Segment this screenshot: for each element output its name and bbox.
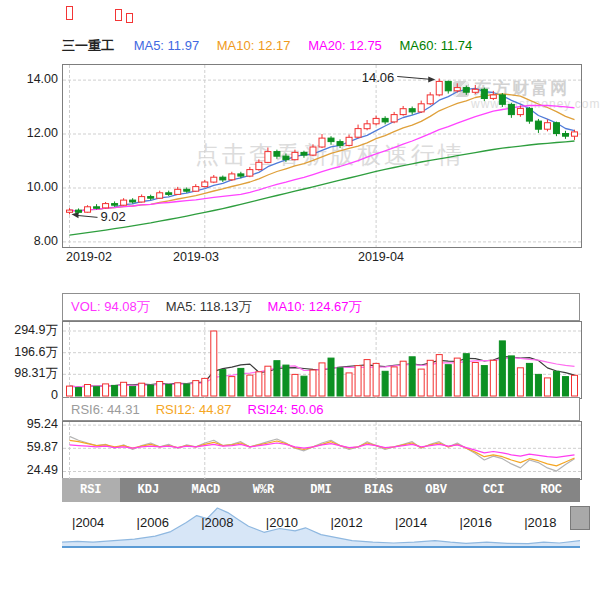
timeline-minimap[interactable]: |2004|2006|2008|2010|2012|2014|2016|2018 — [62, 502, 580, 548]
volume-legend: VOL: 94.08万 MA5: 118.13万 MA10: 124.67万 — [62, 293, 580, 321]
ma20-legend: MA20: 12.75 — [308, 38, 382, 53]
tab-bias[interactable]: BIAS — [350, 478, 408, 502]
timeline-year-2018: |2018 — [524, 515, 556, 530]
indicator-tabbar: RSIKDJMACDW%RDMIBIASOBVCCIROC — [62, 478, 580, 502]
timeline-year-2010: |2010 — [266, 515, 298, 530]
rsi12-value: RSI12: 44.87 — [156, 402, 232, 417]
rsi-legend: RSI6: 44.31 RSI12: 44.87 RSI24: 50.06 — [62, 397, 580, 421]
rsi6-value: RSI6: 44.31 — [71, 402, 140, 417]
volume-ytick: 98.31万 — [0, 365, 58, 381]
xtick-month: 2019-04 — [358, 250, 404, 264]
tab-wr[interactable]: W%R — [235, 478, 293, 502]
candlestick-panel: 东方财富网 www.eastmoney.com 点击查看新版极速行情 14.06… — [62, 64, 582, 248]
timeline-year-2016: |2016 — [460, 515, 492, 530]
timeline-year-2004: |2004 — [72, 515, 104, 530]
stock-name: 三一重工 — [62, 38, 114, 53]
timeline-year-2014: |2014 — [395, 515, 427, 530]
tab-obv[interactable]: OBV — [407, 478, 465, 502]
ma10-legend: MA10: 12.17 — [217, 38, 291, 53]
rsi-chart — [63, 422, 581, 479]
tab-kdj[interactable]: KDJ — [120, 478, 178, 502]
tab-dmi[interactable]: DMI — [292, 478, 350, 502]
xtick-month: 2019-02 — [66, 250, 112, 264]
volume-panel — [62, 321, 582, 399]
rsi24-value: RSI24: 50.06 — [248, 402, 324, 417]
volume-ytick: 196.6万 — [0, 344, 58, 360]
volume-ytick: 294.9万 — [0, 322, 58, 338]
tab-roc[interactable]: ROC — [523, 478, 581, 502]
tab-rsi[interactable]: RSI — [62, 478, 120, 502]
cropped-candle-fragment — [66, 6, 73, 20]
svg-text:14.06: 14.06 — [362, 70, 395, 85]
volume-chart — [63, 322, 581, 398]
tab-cci[interactable]: CCI — [465, 478, 523, 502]
rsi-ytick: 59.87 — [0, 439, 58, 455]
timeline-scroll-handle[interactable] — [570, 506, 590, 530]
vol-value: VOL: 94.08万 — [71, 298, 150, 316]
ma60-legend: MA60: 11.74 — [399, 38, 472, 53]
tab-macd[interactable]: MACD — [177, 478, 235, 502]
vol-ma10-value: MA10: 124.67万 — [268, 298, 362, 316]
main-chart-legend: 三一重工 MA5: 11.97 MA10: 12.17 MA20: 12.75 … — [62, 37, 582, 55]
timeline-year-2006: |2006 — [137, 515, 169, 530]
price-ytick: 8.00 — [0, 233, 58, 249]
rsi-ytick: 24.49 — [0, 462, 58, 478]
svg-text:9.02: 9.02 — [101, 209, 126, 224]
candlestick-chart: 14.069.02 — [63, 65, 581, 247]
xtick-month: 2019-03 — [173, 250, 219, 264]
vol-ma5-value: MA5: 118.13万 — [166, 298, 252, 316]
cropped-candle-fragment — [126, 13, 133, 23]
timeline-year-2008: |2008 — [201, 515, 233, 530]
rsi-panel — [62, 421, 582, 480]
stock-chart-app: 三一重工 MA5: 11.97 MA10: 12.17 MA20: 12.75 … — [0, 0, 600, 600]
price-ytick: 12.00 — [0, 125, 58, 141]
volume-ytick: 0 — [0, 387, 58, 403]
price-ytick: 10.00 — [0, 179, 58, 195]
ma5-legend: MA5: 11.97 — [134, 38, 200, 53]
rsi-ytick: 95.24 — [0, 416, 58, 432]
timeline-year-2012: |2012 — [330, 515, 362, 530]
cropped-candle-fragment — [115, 9, 122, 21]
price-ytick: 14.00 — [0, 71, 58, 87]
